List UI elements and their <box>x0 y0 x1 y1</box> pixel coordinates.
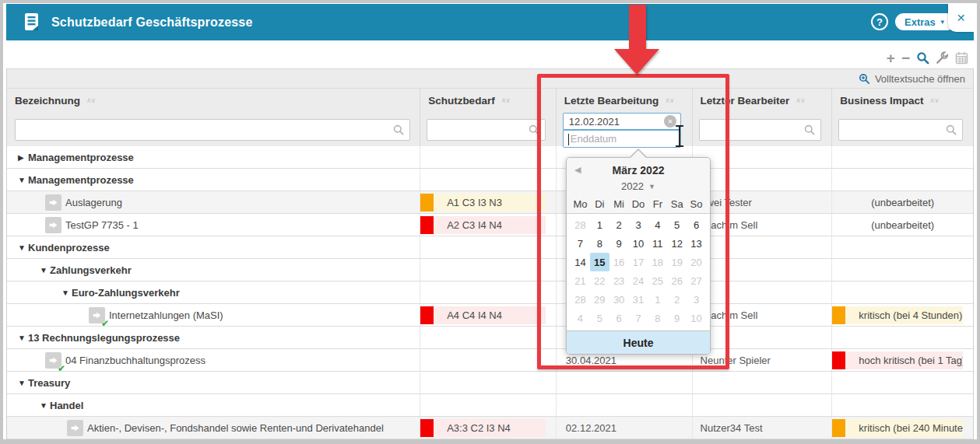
day-cell[interactable]: 13 <box>687 234 706 253</box>
wrench-icon[interactable] <box>936 51 949 65</box>
schutzbedarf-badge: A2 C3 I4 N4 <box>420 216 546 234</box>
add-icon[interactable]: + <box>887 51 895 65</box>
day-cell[interactable]: 8 <box>590 234 609 253</box>
previous-month-icon[interactable]: ◀ <box>574 165 581 175</box>
day-cell[interactable]: 17 <box>629 253 648 271</box>
close-button[interactable]: ✕ <box>948 4 974 32</box>
filter-bearbeiter-input[interactable] <box>700 124 805 136</box>
day-cell[interactable]: 20 <box>687 253 706 271</box>
calendar-grid: 2812345678910111213141516171819202122232… <box>567 214 710 330</box>
table-row[interactable]: ▼Kundenprozesse <box>7 236 973 259</box>
table-row[interactable]: ✔Internetzahlungen (MaSI)A4 C4 I4 N4Joac… <box>7 304 973 327</box>
date-from-input[interactable] <box>564 116 664 128</box>
calendar-icon[interactable] <box>955 51 968 65</box>
day-cell[interactable]: 9 <box>667 309 687 327</box>
table-row[interactable]: ✔04 Finanzbuchhaltungsprozess30.04.2021N… <box>7 349 973 372</box>
check-icon: ✔ <box>58 363 65 372</box>
search-icon[interactable] <box>916 51 929 65</box>
day-cell[interactable]: 28 <box>571 290 590 309</box>
day-cell[interactable]: 22 <box>590 271 609 290</box>
table-row[interactable]: ▶Managementprozesse <box>7 146 973 169</box>
year-select[interactable]: 2022 ▼ <box>567 178 710 194</box>
day-cell[interactable]: 3 <box>629 215 648 234</box>
remove-icon[interactable]: − <box>901 51 910 65</box>
day-cell[interactable]: 9 <box>609 234 629 253</box>
collapse-arrow-icon[interactable]: ▼ <box>61 288 72 297</box>
chevron-down-icon: ▼ <box>940 19 946 26</box>
day-cell[interactable]: 11 <box>648 234 667 253</box>
collapse-arrow-icon[interactable]: ▼ <box>18 334 28 342</box>
day-cell[interactable]: 23 <box>609 271 629 290</box>
day-cell[interactable]: 27 <box>687 271 706 290</box>
today-button[interactable]: Heute <box>567 330 710 354</box>
day-cell[interactable]: 1 <box>590 215 609 234</box>
date-to-field[interactable] <box>563 130 681 148</box>
column-header-business-impact[interactable]: Business Impact <box>840 95 923 107</box>
day-cell[interactable]: 28 <box>571 215 590 234</box>
day-cell[interactable]: 1 <box>648 290 667 309</box>
day-cell[interactable]: 25 <box>648 271 667 290</box>
table-row[interactable]: ▼Handel <box>7 394 973 417</box>
group-label: 13 Rechnungslegungsprozesse <box>28 332 180 344</box>
collapse-arrow-icon[interactable]: ▼ <box>18 176 28 184</box>
clear-date-icon[interactable]: ✕ <box>664 115 676 128</box>
help-button[interactable]: ? <box>871 13 888 30</box>
table-row[interactable]: ▼13 Rechnungslegungsprozesse <box>7 327 973 349</box>
table-row[interactable]: TestGP 7735 - 1A2 C3 I4 N4Joachim Sell(u… <box>7 214 973 236</box>
day-cell[interactable]: 2 <box>609 215 629 234</box>
filter-schutzbedarf-input[interactable] <box>427 124 529 136</box>
filter-impact-input[interactable] <box>839 124 946 136</box>
table-row[interactable]: Aktien-, Devisen-, Fondshandel sowie Ren… <box>7 417 973 439</box>
day-cell[interactable]: 30 <box>609 290 629 309</box>
day-cell[interactable]: 2 <box>667 290 687 309</box>
day-cell[interactable]: 7 <box>571 234 590 253</box>
expand-arrow-icon[interactable]: ▶ <box>18 153 28 162</box>
sort-icons[interactable]: ∧∨ <box>665 96 673 104</box>
day-cell[interactable]: 10 <box>687 309 706 327</box>
day-cell[interactable]: 7 <box>629 309 648 327</box>
table-row[interactable]: ▼Zahlungsverkehr <box>7 259 973 281</box>
collapse-arrow-icon[interactable]: ▼ <box>18 243 28 252</box>
day-cell[interactable]: 6 <box>609 309 629 327</box>
day-cell[interactable]: 14 <box>571 253 590 271</box>
day-cell[interactable]: 31 <box>629 290 648 309</box>
table-row[interactable]: ▼Managementprozesse <box>7 169 973 191</box>
selected-day-cell[interactable]: 15 <box>590 253 609 271</box>
column-header-schutzbedarf[interactable]: Schutzbedarf <box>428 95 495 107</box>
fulltext-search-button[interactable]: Volltextsuche öffnen <box>875 73 965 85</box>
day-cell[interactable]: 18 <box>648 253 667 271</box>
date-from-field[interactable]: ✕ <box>563 113 681 130</box>
fulltext-search-icon[interactable] <box>859 73 870 85</box>
sort-icons[interactable]: ∧∨ <box>930 96 939 104</box>
day-cell[interactable]: 5 <box>667 215 687 234</box>
filter-bezeichnung-input[interactable] <box>16 124 393 136</box>
day-cell[interactable]: 29 <box>590 290 609 309</box>
day-cell[interactable]: 6 <box>687 215 706 234</box>
day-cell[interactable]: 12 <box>667 234 687 253</box>
day-cell[interactable]: 16 <box>609 253 629 271</box>
collapse-arrow-icon[interactable]: ▼ <box>40 401 50 410</box>
extras-button[interactable]: Extras ▼ <box>895 13 955 30</box>
sort-icons[interactable]: ∧∨ <box>86 96 95 104</box>
day-cell[interactable]: 8 <box>648 309 667 327</box>
table-row[interactable]: ▼Treasury <box>7 372 973 394</box>
column-header-bezeichnung[interactable]: Bezeichnung <box>15 95 80 107</box>
collapse-arrow-icon[interactable]: ▼ <box>40 266 50 274</box>
day-cell[interactable]: 24 <box>629 271 648 290</box>
date-to-input[interactable] <box>564 133 680 145</box>
day-cell[interactable]: 10 <box>629 234 648 253</box>
sort-icons[interactable]: ∧∨ <box>796 96 804 104</box>
column-header-letzte-bearbeitung[interactable]: Letzte Bearbeitung <box>564 95 659 107</box>
table-row[interactable]: AuslagerungA1 C3 I3 N3Zwei Tester(unbear… <box>7 191 973 214</box>
day-cell[interactable]: 19 <box>667 253 687 271</box>
day-cell[interactable]: 3 <box>687 290 706 309</box>
sort-icons[interactable]: ∧∨ <box>501 96 510 104</box>
day-cell[interactable]: 4 <box>648 215 667 234</box>
collapse-arrow-icon[interactable]: ▼ <box>18 379 28 387</box>
day-cell[interactable]: 4 <box>571 309 590 327</box>
column-header-letzter-bearbeiter[interactable]: Letzter Bearbeiter <box>701 95 790 107</box>
table-row[interactable]: ▼Euro-Zahlungsverkehr <box>7 281 973 304</box>
day-cell[interactable]: 5 <box>590 309 609 327</box>
day-cell[interactable]: 21 <box>571 271 590 290</box>
day-cell[interactable]: 26 <box>667 271 687 290</box>
